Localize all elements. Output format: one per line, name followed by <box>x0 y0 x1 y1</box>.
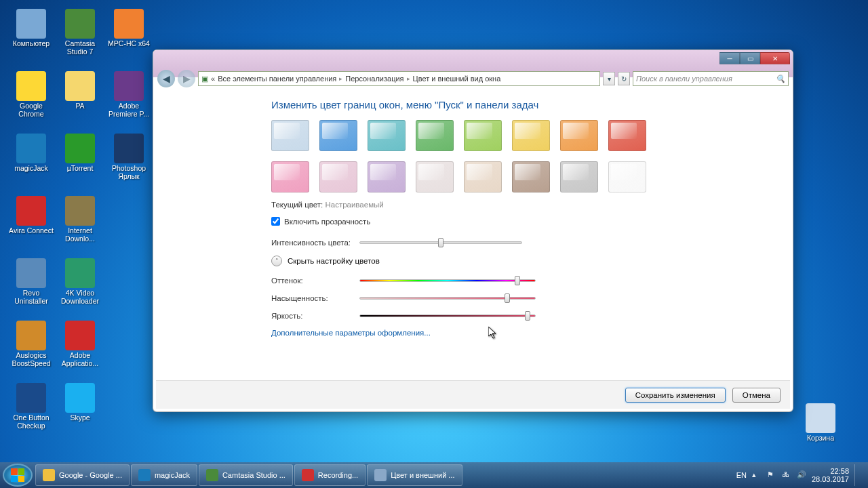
color-swatch[interactable] <box>608 120 646 151</box>
color-swatch[interactable] <box>368 161 406 192</box>
maximize-button[interactable]: ▭ <box>740 52 760 64</box>
cancel-button[interactable]: Отмена <box>732 388 781 403</box>
search-input[interactable]: Поиск в панели управления 🔍 <box>633 71 789 86</box>
intensity-label: Интенсивность цвета: <box>271 239 359 247</box>
crumb-personalization[interactable]: Персонализация <box>345 75 403 83</box>
color-swatch[interactable] <box>368 120 406 151</box>
saturation-slider[interactable] <box>359 293 536 303</box>
color-swatch[interactable] <box>560 161 598 192</box>
lang-indicator[interactable]: EN <box>736 471 747 479</box>
system-tray: EN ▴ ⚑ 🖧 🔊 22:58 28.03.2017 <box>736 464 865 486</box>
network-icon[interactable]: 🖧 <box>782 470 791 480</box>
desktop-icon[interactable]: µTorrent <box>58 134 102 173</box>
intensity-slider[interactable] <box>359 238 522 247</box>
app-icon <box>16 9 46 39</box>
desktop-icon[interactable]: PA <box>58 71 102 110</box>
brightness-slider[interactable] <box>359 311 536 321</box>
color-swatches <box>271 120 678 192</box>
history-dropdown[interactable]: ▾ <box>603 72 615 85</box>
desktop-icon[interactable]: MPC-HC x64 <box>106 9 151 48</box>
minimize-button[interactable]: ─ <box>719 52 740 64</box>
clock[interactable]: 22:58 28.03.2017 <box>812 467 849 483</box>
desktop-icon[interactable]: Photoshop Ярлык <box>106 134 151 180</box>
app-icon <box>138 469 151 481</box>
color-swatch[interactable] <box>416 161 454 192</box>
color-swatch[interactable] <box>271 161 309 192</box>
desktop-icon[interactable]: One Button Checkup <box>9 383 54 430</box>
color-swatch[interactable] <box>319 120 357 151</box>
color-swatch[interactable] <box>512 161 550 192</box>
navbar: ◀ ▶ ▣ « Все элементы панели управления ▸… <box>153 68 793 89</box>
desktop-icon[interactable]: Компьютер <box>9 9 54 48</box>
windows-logo-icon <box>11 468 24 482</box>
desktop-icon[interactable]: 4K Video Downloader <box>58 258 102 305</box>
forward-button[interactable]: ▶ <box>178 70 195 87</box>
desktop-icon[interactable]: Корзина <box>798 403 843 443</box>
tray-up-icon[interactable]: ▴ <box>752 470 762 480</box>
app-icon <box>114 71 144 101</box>
color-swatch[interactable] <box>464 161 502 192</box>
desktop-icon[interactable]: Skype <box>58 383 102 422</box>
back-button[interactable]: ◀ <box>157 70 175 87</box>
control-panel-icon: ▣ <box>201 75 208 83</box>
color-swatch[interactable] <box>560 120 598 151</box>
titlebar[interactable]: ─ ▭ ✕ <box>153 50 793 68</box>
hue-label: Оттенок: <box>271 277 359 285</box>
chevron-up-icon: ˄ <box>271 256 282 266</box>
color-swatch[interactable] <box>319 161 357 192</box>
app-icon <box>16 71 46 101</box>
desktop-icon[interactable]: magicJack <box>9 134 54 173</box>
chevron-right-icon: ▸ <box>407 75 410 82</box>
taskbar-item[interactable]: magicJack <box>131 464 197 486</box>
brightness-label: Яркость: <box>271 312 359 320</box>
save-button[interactable]: Сохранить изменения <box>625 388 726 403</box>
desktop-icon[interactable]: Internet Downlo... <box>58 196 102 243</box>
refresh-button[interactable]: ↻ <box>618 72 630 85</box>
color-swatch[interactable] <box>416 120 454 151</box>
desktop-icon[interactable]: Adobe Premiere P... <box>106 71 151 118</box>
app-icon <box>16 134 46 163</box>
app-icon <box>114 134 144 163</box>
color-swatch[interactable] <box>608 161 646 192</box>
show-desktop-button[interactable] <box>854 464 860 486</box>
taskbar-item[interactable]: Цвет и внешний ... <box>367 464 462 486</box>
app-icon <box>16 196 46 226</box>
color-swatch[interactable] <box>512 120 550 151</box>
desktop-icon[interactable]: Revo Uninstaller <box>9 258 54 305</box>
search-icon: 🔍 <box>776 75 785 83</box>
toggle-color-settings[interactable]: ˄ Скрыть настройку цветов <box>271 256 776 266</box>
app-icon <box>16 321 46 350</box>
taskbar-item[interactable]: Camtasia Studio ... <box>199 464 293 486</box>
desktop-icon[interactable]: Google Chrome <box>9 71 54 118</box>
color-swatch[interactable] <box>271 120 309 151</box>
hue-slider[interactable] <box>359 276 536 285</box>
volume-icon[interactable]: 🔊 <box>797 470 806 480</box>
app-icon <box>65 258 95 288</box>
taskbar-item[interactable]: Recording... <box>294 464 366 486</box>
app-icon <box>206 469 218 481</box>
desktop-icon[interactable]: Avira Connect <box>9 196 54 235</box>
app-icon <box>374 469 387 481</box>
crumb-colorappearance[interactable]: Цвет и внешний вид окна <box>413 75 501 83</box>
crumb-allitems[interactable]: Все элементы панели управления <box>218 75 336 83</box>
desktop-icon[interactable]: Auslogics BoostSpeed <box>9 321 54 367</box>
close-button[interactable]: ✕ <box>760 52 790 64</box>
control-panel-window: ─ ▭ ✕ ◀ ▶ ▣ « Все элементы панели управл… <box>153 49 793 412</box>
address-bar[interactable]: ▣ « Все элементы панели управления ▸ Пер… <box>198 71 600 86</box>
desktop-icon[interactable]: Camtasia Studio 7 <box>58 9 102 56</box>
color-swatch[interactable] <box>464 120 502 151</box>
chevron-right-icon: ▸ <box>339 75 342 82</box>
app-icon <box>806 403 835 433</box>
flag-icon[interactable]: ⚑ <box>767 470 776 480</box>
current-color-label: Текущий цвет: <box>271 201 323 209</box>
desktop-icon[interactable]: Adobe Applicatio... <box>58 321 102 367</box>
current-color-value: Настраиваемый <box>325 201 383 209</box>
start-button[interactable] <box>3 464 33 487</box>
crumb-root[interactable]: « <box>211 75 215 83</box>
transparency-checkbox[interactable] <box>271 217 280 226</box>
app-icon <box>65 383 95 413</box>
advanced-appearance-link[interactable]: Дополнительные параметры оформления... <box>271 329 776 337</box>
transparency-checkbox-row[interactable]: Включить прозрачность <box>271 217 776 226</box>
app-icon <box>43 469 55 481</box>
taskbar-item[interactable]: Google - Google ... <box>35 464 130 486</box>
